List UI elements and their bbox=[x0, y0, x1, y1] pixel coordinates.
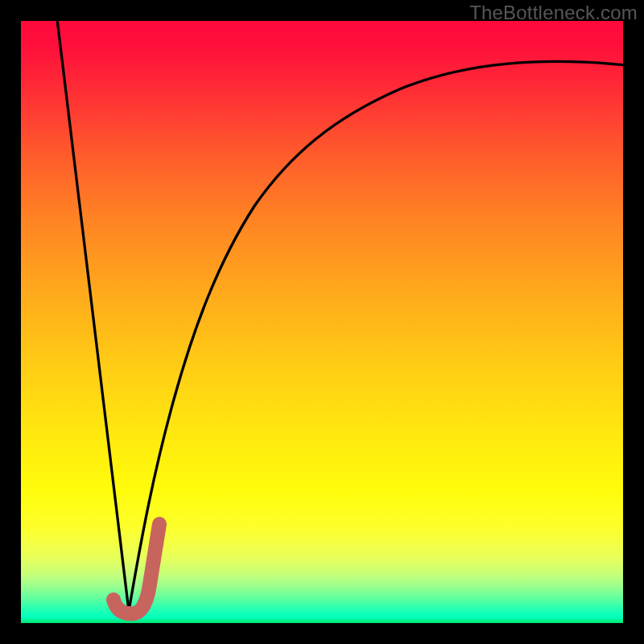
left-line bbox=[57, 21, 129, 611]
chart-svg bbox=[21, 21, 623, 623]
plot-area bbox=[21, 21, 623, 623]
watermark-text: TheBottleneck.com bbox=[469, 2, 638, 24]
chart-frame: TheBottleneck.com bbox=[0, 0, 644, 644]
right-curve bbox=[129, 61, 623, 611]
